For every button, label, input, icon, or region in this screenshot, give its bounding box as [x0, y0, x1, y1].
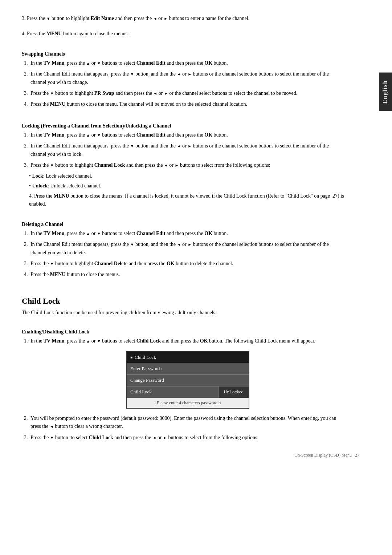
menu-title: Child Lock [127, 352, 249, 363]
list-item: You will be prompted to enter the passwo… [29, 414, 345, 431]
list-item: In the TV Menu, press the ▲ or ▼ buttons… [29, 59, 345, 67]
page-content: 3. Press the ▼ button to highlight Edit … [22, 15, 363, 442]
list-item: Unlock: Unlock selected channel. [29, 182, 345, 190]
list-item: Press the ▼ button to highlight Channel … [29, 161, 345, 169]
list-item: In the Channel Edit menu that appears, p… [29, 142, 345, 158]
footer: On-Screen Display (OSD) Menu 27 [22, 453, 363, 458]
child-lock-heading: Child Lock [22, 296, 345, 306]
child-lock-intro: The Child Lock function can be used for … [22, 309, 345, 317]
swapping-channels-heading: Swapping Channels [22, 51, 345, 57]
list-item: Press the MENU button to close the menu.… [29, 100, 345, 108]
locking-heading: Locking (Preventing a Channel from Selec… [22, 123, 345, 129]
deleting-list: In the TV Menu, press the ▲ or ▼ buttons… [22, 230, 345, 279]
enabling-list: In the TV Menu, press the ▲ or ▼ buttons… [22, 337, 345, 442]
footer-page: 27 [355, 453, 359, 458]
menu-row-enter-password: Enter Password : [127, 363, 249, 374]
list-item: In the TV Menu, press the ▲ or ▼ buttons… [29, 230, 345, 238]
list-item: In the TV Menu, press the ▲ or ▼ buttons… [29, 337, 345, 409]
menu-row-left: Child Lock [127, 386, 218, 398]
list-item: Press the ▼ button to highlight Channel … [29, 260, 345, 268]
locking-options: Lock: Lock selected channel. Unlock: Unl… [22, 172, 345, 190]
list-item: Lock: Lock selected channel. [29, 172, 345, 180]
list-item: In the Channel Edit menu that appears, p… [29, 70, 345, 86]
list-item: Press the ▼ button to highlight PR Swap … [29, 89, 345, 97]
list-item: In the Channel Edit menu that appears, p… [29, 240, 345, 257]
list-item: Press the ▼ button to select Child Lock … [29, 434, 345, 442]
locking-step4: 4. Press the MENU button to close the me… [22, 192, 345, 208]
menu-note: : Please enter 4 characters password b [127, 398, 249, 408]
swapping-channels-list: In the TV Menu, press the ▲ or ▼ buttons… [22, 59, 345, 109]
menu-row-right: UnLocked [218, 386, 249, 398]
step4-menu-close: 4. Press the MENU button again to close … [22, 30, 345, 38]
list-item: In the TV Menu, press the ▲ or ▼ buttons… [29, 131, 345, 139]
menu-row-change-password: Change Password [127, 374, 249, 386]
sidebar-tab: English [379, 73, 392, 111]
deleting-heading: Deleting a Channel [22, 222, 345, 227]
child-lock-menu: Child Lock Enter Password : Change Passw… [126, 351, 249, 409]
enabling-heading: Enabling/Disabling Child Lock [22, 329, 345, 335]
footer-text: On-Screen Display (OSD) Menu [294, 453, 352, 458]
list-item: Press the MENU button to close the menus… [29, 271, 345, 279]
menu-row-child-lock: Child Lock UnLocked [127, 386, 249, 398]
step3-edit-name: 3. Press the ▼ button to highlight Edit … [22, 15, 345, 23]
locking-list: In the TV Menu, press the ▲ or ▼ buttons… [22, 131, 345, 170]
